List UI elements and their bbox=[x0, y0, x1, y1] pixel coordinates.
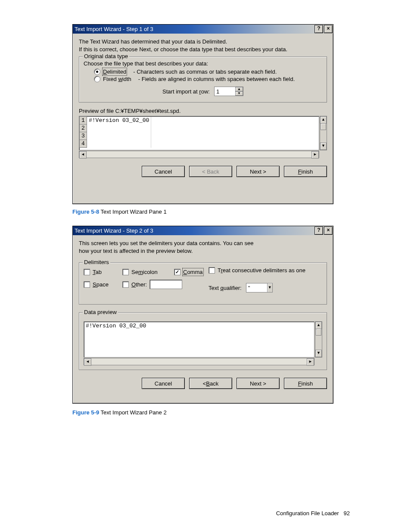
figure-caption-5-9: Figure 5-9 Text Import Wizard Pane 2 bbox=[72, 409, 167, 416]
checkbox-space-label: Space bbox=[93, 281, 109, 288]
preview-row: 2 bbox=[80, 124, 151, 132]
checkbox-treat-consecutive[interactable] bbox=[209, 267, 215, 274]
cancel-button[interactable]: Cancel bbox=[142, 378, 185, 389]
text-qualifier-combo[interactable]: ▼ bbox=[246, 283, 273, 292]
radio-delimited-desc: - Characters such as commas or tabs sepa… bbox=[133, 68, 277, 75]
scroll-thumb[interactable] bbox=[321, 123, 326, 130]
finish-button[interactable]: Finish bbox=[284, 166, 327, 177]
data-preview-group: Data preview #!Version 03_02_00 ▲ ▼ ◄ ► bbox=[79, 312, 327, 370]
preview-row: 3 bbox=[80, 132, 151, 140]
scroll-thumb[interactable] bbox=[316, 329, 321, 336]
checkbox-other-label: Other: bbox=[131, 281, 147, 288]
dialog-title: Text Import Wizard - Step 1 of 3 bbox=[75, 26, 314, 32]
wizard-buttons: Cancel < Back Next > Finish bbox=[79, 166, 327, 177]
dialog-title: Text Import Wizard - Step 2 of 3 bbox=[75, 227, 314, 234]
radio-delimited[interactable] bbox=[94, 68, 100, 75]
spinner-down-icon[interactable]: ▼ bbox=[235, 91, 243, 96]
scroll-down-icon[interactable]: ▼ bbox=[320, 143, 327, 150]
text-import-wizard-step-1: Text Import Wizard - Step 1 of 3 ? × The… bbox=[72, 24, 333, 204]
page-footer: Configuration File Loader 92 bbox=[276, 510, 350, 516]
footer-page-number: 92 bbox=[344, 510, 350, 516]
checkbox-tab-label: Tab bbox=[93, 269, 102, 275]
help-icon[interactable]: ? bbox=[314, 25, 323, 33]
scroll-left-icon[interactable]: ◄ bbox=[79, 151, 87, 159]
group-legend: Delimiters bbox=[83, 259, 110, 265]
scroll-down-icon[interactable]: ▼ bbox=[315, 350, 322, 357]
start-row-label: Start import at row: bbox=[162, 88, 210, 95]
radio-delimited-label: Delimited bbox=[103, 68, 126, 75]
original-data-type-group: Original data type Choose the file type … bbox=[79, 56, 327, 103]
preview-area: #!Version 03_02_00 ▲ ▼ ◄ ► bbox=[84, 321, 322, 365]
text-import-wizard-step-2: Text Import Wizard - Step 2 of 3 ? × Thi… bbox=[72, 226, 333, 404]
preview-area: 1#!Version 03_02_00 2 3 4 ▲ ▼ ◄ ► bbox=[79, 116, 327, 158]
text-qualifier-label: Text qualifier: bbox=[209, 285, 242, 291]
back-button[interactable]: < Back bbox=[189, 378, 232, 389]
vertical-scrollbar[interactable]: ▲ ▼ bbox=[320, 116, 327, 150]
horizontal-scrollbar[interactable]: ◄ ► bbox=[84, 358, 314, 365]
group-legend: Data preview bbox=[83, 309, 118, 315]
scroll-left-icon[interactable]: ◄ bbox=[84, 358, 91, 366]
checkbox-tab[interactable] bbox=[84, 269, 90, 275]
start-row-input[interactable] bbox=[215, 87, 235, 96]
horizontal-scrollbar[interactable]: ◄ ► bbox=[79, 151, 319, 158]
chevron-down-icon[interactable]: ▼ bbox=[267, 283, 272, 292]
help-icon[interactable]: ? bbox=[314, 227, 323, 235]
checkbox-comma[interactable] bbox=[174, 269, 181, 275]
group-prompt: Choose the file type that best describes… bbox=[84, 60, 322, 67]
spinner-up-icon[interactable]: ▲ bbox=[235, 87, 243, 91]
radio-fixed-label: Fixed width bbox=[103, 76, 131, 82]
checkbox-other[interactable] bbox=[122, 281, 129, 288]
close-icon[interactable]: × bbox=[324, 227, 333, 235]
data-preview[interactable]: #!Version 03_02_00 bbox=[84, 321, 314, 358]
back-button: < Back bbox=[189, 166, 232, 177]
titlebar[interactable]: Text Import Wizard - Step 2 of 3 ? × bbox=[73, 226, 333, 235]
radio-fixed-width[interactable] bbox=[94, 76, 100, 82]
finish-button[interactable]: Finish bbox=[284, 378, 327, 389]
cancel-button[interactable]: Cancel bbox=[142, 166, 185, 177]
intro-text: This screen lets you set the delimiters … bbox=[79, 240, 327, 255]
scroll-up-icon[interactable]: ▲ bbox=[315, 322, 322, 329]
group-legend: Original data type bbox=[83, 53, 129, 59]
start-row-spinner[interactable]: ▲ ▼ bbox=[214, 87, 243, 96]
checkbox-space[interactable] bbox=[84, 281, 90, 288]
radio-fixed-desc: - Fields are aligned in columns with spa… bbox=[138, 76, 295, 82]
checkbox-semicolon-label: Semicolon bbox=[131, 269, 158, 275]
preview-file-label: Preview of file C:¥TEMP¥sheet¥test.spd. bbox=[79, 108, 327, 114]
next-button[interactable]: Next > bbox=[237, 378, 280, 389]
checkbox-treat-consecutive-label: Treat consecutive delimiters as one bbox=[218, 267, 305, 274]
text-qualifier-input[interactable] bbox=[246, 283, 267, 292]
footer-section: Configuration File Loader bbox=[276, 510, 339, 516]
preview-row: 1#!Version 03_02_00 bbox=[80, 117, 151, 124]
scroll-right-icon[interactable]: ► bbox=[307, 358, 314, 366]
preview-grid[interactable]: 1#!Version 03_02_00 2 3 4 bbox=[79, 116, 319, 150]
wizard-buttons: Cancel < Back Next > Finish bbox=[79, 378, 327, 389]
figure-caption-5-8: Figure 5-8 Text Import Wizard Pane 1 bbox=[72, 208, 167, 215]
scroll-up-icon[interactable]: ▲ bbox=[320, 116, 327, 124]
close-icon[interactable]: × bbox=[324, 25, 333, 33]
next-button[interactable]: Next > bbox=[237, 166, 280, 177]
scroll-right-icon[interactable]: ► bbox=[311, 151, 319, 159]
titlebar[interactable]: Text Import Wizard - Step 1 of 3 ? × bbox=[73, 25, 333, 34]
preview-row: 4 bbox=[80, 140, 151, 148]
checkbox-comma-label: Comma bbox=[183, 269, 203, 275]
intro-text: The Text Wizard has determined that your… bbox=[79, 38, 327, 53]
other-delimiter-input[interactable] bbox=[149, 280, 182, 289]
delimiters-group: Delimiters Tab Semicolon Comma bbox=[79, 262, 327, 305]
checkbox-semicolon[interactable] bbox=[122, 269, 129, 275]
vertical-scrollbar[interactable]: ▲ ▼ bbox=[315, 321, 322, 358]
